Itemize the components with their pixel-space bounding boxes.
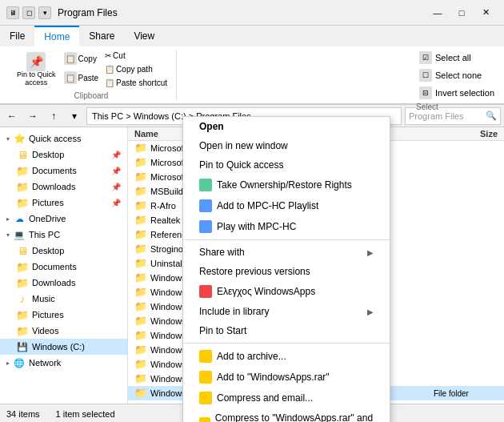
downloads-qa-label: Downloads xyxy=(32,182,75,191)
ctx-add-archive[interactable]: Add to archive... xyxy=(183,346,390,367)
sidebar-item-quick-access[interactable]: ▾ ⭐ Quick access xyxy=(0,131,127,147)
ctx-play-mpc[interactable]: Play with MPC-HC xyxy=(183,216,390,237)
sidebar-item-desktop-pc[interactable]: 🖥 Desktop xyxy=(0,243,127,259)
music-icon: ♪ xyxy=(16,292,29,305)
paste-label: Paste xyxy=(78,74,99,82)
ctx-include-library[interactable]: Include in library ▶ xyxy=(183,302,390,321)
include-library-arrow-icon: ▶ xyxy=(367,307,374,316)
folder-icon: 📁 xyxy=(134,156,147,169)
documents-pc-label: Documents xyxy=(32,262,77,271)
pictures-qa-label: Pictures xyxy=(32,198,64,207)
copy-icon: 📋 xyxy=(64,52,77,65)
sidebar-item-pictures-pc[interactable]: 📁 Pictures xyxy=(0,307,127,323)
item-count: 34 items xyxy=(6,409,40,419)
copypath-button[interactable]: 📋 Copy path xyxy=(102,63,170,75)
ctx-restore-versions-label: Restore previous versions xyxy=(199,266,310,277)
pin-indicator-2: 📌 xyxy=(111,167,121,175)
sidebar-item-downloads-pc[interactable]: 📁 Downloads xyxy=(0,275,127,291)
sidebar-item-onedrive[interactable]: ▸ ☁ OneDrive xyxy=(0,211,127,227)
item-name: MSBuild xyxy=(150,187,183,196)
context-menu: Open Open in new window Pin to Quick acc… xyxy=(182,116,390,422)
select-all-icon: ☑ xyxy=(419,51,432,64)
sidebar-item-documents-pc[interactable]: 📁 Documents xyxy=(0,259,127,275)
pictures-qa-icon: 📁 xyxy=(16,196,29,209)
copypath-icon: 📋 xyxy=(105,65,114,74)
ctx-pin-start-label: Pin to Start xyxy=(199,325,246,336)
ctx-pin-start[interactable]: Pin to Start xyxy=(183,321,390,340)
network-icon: 🌐 xyxy=(13,356,26,369)
pin-button[interactable]: 📌 Pin to Quickaccess xyxy=(13,50,60,90)
shortcut-button[interactable]: 📋 Paste shortcut xyxy=(102,77,170,89)
minimize-button[interactable]: — xyxy=(426,5,450,21)
invert-selection-button[interactable]: ⊟ Invert selection xyxy=(416,85,498,101)
windows-c-label: Windows (C:) xyxy=(32,342,85,352)
forward-button[interactable]: → xyxy=(24,107,42,125)
tab-file[interactable]: File xyxy=(0,26,34,46)
folder-icon: 📁 xyxy=(134,185,147,198)
downloads-pc-label: Downloads xyxy=(32,278,75,287)
sidebar-item-music[interactable]: ♪ Music xyxy=(0,291,127,307)
ribbon-group-clipboard: 📌 Pin to Quickaccess 📋 Copy 📋 Paste xyxy=(6,50,177,100)
network-label: Network xyxy=(29,358,61,368)
paste-button[interactable]: 📋 Paste xyxy=(62,69,102,86)
select-none-button[interactable]: ☐ Select none xyxy=(416,67,498,83)
folder-icon: 📁 xyxy=(134,199,147,212)
sidebar-item-network[interactable]: ▸ 🌐 Network xyxy=(0,355,127,371)
ctx-open[interactable]: Open xyxy=(183,117,390,136)
ctx-open-new-window[interactable]: Open in new window xyxy=(183,136,390,155)
compress-rar-email-icon xyxy=(199,417,210,422)
pin-indicator-1: 📌 xyxy=(111,151,121,159)
folder-icon: 📁 xyxy=(134,228,147,241)
maximize-button[interactable]: □ xyxy=(450,5,474,21)
this-pc-label: This PC xyxy=(29,230,60,239)
folder-icon: 📁 xyxy=(134,358,147,371)
expand-icon: ▾ xyxy=(6,135,10,143)
ctx-restore-versions[interactable]: Restore previous versions xyxy=(183,262,390,281)
sidebar-item-windows-c[interactable]: 💾 Windows (C:) xyxy=(0,339,127,355)
copy-button[interactable]: 📋 Copy xyxy=(62,50,99,67)
ctx-add-rar-label: Add to "WindowsApps.rar" xyxy=(217,372,330,383)
ctx-pin-quick[interactable]: Pin to Quick access xyxy=(183,155,390,175)
folder-icon: 📁 xyxy=(134,286,147,299)
desktop-pc-label: Desktop xyxy=(32,246,64,255)
ctx-add-rar[interactable]: Add to "WindowsApps.rar" xyxy=(183,367,390,388)
title-bar-icon-1: 🖥 xyxy=(6,6,19,19)
ctx-check-windows[interactable]: Ελεγχος WindowsApps xyxy=(183,281,390,302)
sidebar-item-documents-qa[interactable]: 📁 Documents 📌 xyxy=(0,163,127,179)
ribbon-right-select: ☑ Select all ☐ Select none ⊟ Invert sele… xyxy=(416,50,498,111)
sidebar: ▾ ⭐ Quick access 🖥 Desktop 📌 📁 Documents… xyxy=(0,127,128,404)
tab-share[interactable]: Share xyxy=(79,26,124,46)
back-button[interactable]: ← xyxy=(3,107,21,125)
sidebar-item-pictures-qa[interactable]: 📁 Pictures 📌 xyxy=(0,195,127,211)
close-button[interactable]: ✕ xyxy=(474,5,498,21)
ctx-compress-email-label: Compress and email... xyxy=(217,392,313,404)
ctx-compress-rar-email[interactable]: Compress to "WindowsApps.rar" and email xyxy=(183,408,390,422)
sidebar-item-this-pc[interactable]: ▾ 💻 This PC xyxy=(0,227,127,243)
copypath-label: Copy path xyxy=(116,65,153,74)
pin-icon: 📌 xyxy=(26,52,46,71)
tab-view[interactable]: View xyxy=(124,26,164,46)
sidebar-item-desktop-qa[interactable]: 🖥 Desktop 📌 xyxy=(0,147,127,163)
title-bar-icon-2: ◻ xyxy=(22,6,35,19)
invert-icon: ⊟ xyxy=(419,86,432,99)
play-mpc-icon xyxy=(199,220,212,233)
sidebar-item-downloads-qa[interactable]: 📁 Downloads 📌 xyxy=(0,179,127,195)
ctx-mpc-playlist[interactable]: Add to MPC-HC Playlist xyxy=(183,195,390,216)
ctx-share-with[interactable]: Share with ▶ xyxy=(183,243,390,262)
ctx-take-ownership[interactable]: Take Ownership/Restore Rights xyxy=(183,175,390,195)
cut-button[interactable]: ✂ Cut xyxy=(102,50,170,62)
tab-home[interactable]: Home xyxy=(34,26,79,46)
sidebar-item-videos[interactable]: 📁 Videos xyxy=(0,323,127,339)
desktop-qa-icon: 🖥 xyxy=(16,148,29,161)
select-all-label: Select all xyxy=(435,53,471,62)
up-button[interactable]: ↑ xyxy=(45,107,62,125)
ctx-compress-email[interactable]: Compress and email... xyxy=(183,388,390,408)
pin-label: Pin to Quickaccess xyxy=(17,71,56,87)
shortcut-icon: 📋 xyxy=(105,78,114,87)
downloads-pc-icon: 📁 xyxy=(16,276,29,289)
recent-button[interactable]: ▾ xyxy=(66,107,83,125)
selected-count: 1 item selected xyxy=(56,409,115,419)
folder-icon: 📁 xyxy=(134,372,147,385)
select-all-button[interactable]: ☑ Select all xyxy=(416,50,498,66)
folder-icon: 📁 xyxy=(134,315,147,328)
